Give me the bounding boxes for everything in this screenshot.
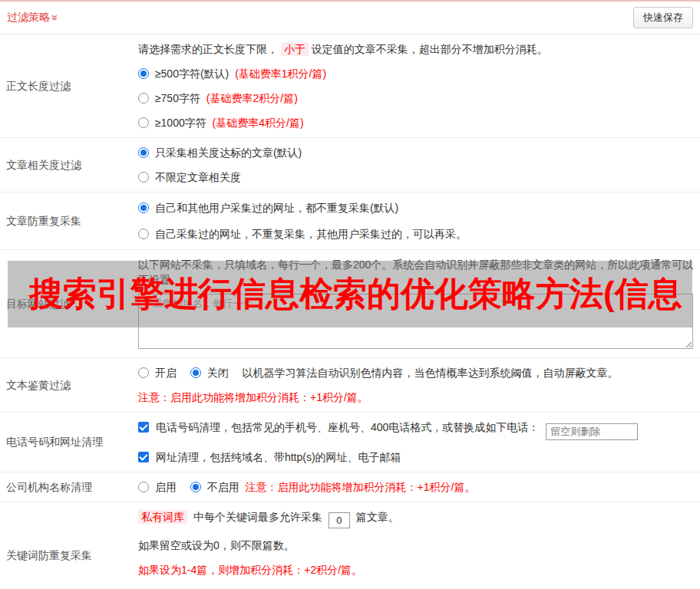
keyword-note-fee: 如果设为1-4篇，则增加积分消耗：+2积分/篇。 <box>138 558 694 582</box>
dedup-option-2: 自己采集过的网址，不重复采集，其他用户采集过的，可以再采。 <box>138 221 694 247</box>
length-option-750: ≥750字符 (基础费率2积分/篇) <box>138 86 694 110</box>
radio-label: 启用 <box>155 481 177 493</box>
topbar: 过滤策略» 快速保存 <box>0 2 700 35</box>
section-porn-filter: 文本鉴黄过滤 开启 关闭 以机器学习算法自动识别色情内容，当色情概率达到系统阈值… <box>0 358 700 413</box>
watermark-overlay: 搜索引擎进行信息检索的优化策略方法(信息 <box>8 261 692 327</box>
radio-company-on[interactable] <box>138 482 149 492</box>
chevron-double-down-icon: » <box>49 15 61 21</box>
section-label: 文本鉴黄过滤 <box>0 377 138 393</box>
porn-fee-note: 注意：启用此功能将增加积分消耗：+1积分/篇。 <box>138 385 694 410</box>
radio-label: ≥750字符 <box>155 92 200 104</box>
checkbox-phone-clean[interactable] <box>138 422 149 433</box>
radio-label: 自己和其他用户采集过的网址，都不重复采集(默认) <box>155 202 398 214</box>
radio-label: 只采集相关度达标的文章(默认) <box>155 146 302 159</box>
checkbox-label: 电话号码清理，包括常见的手机号、座机号、400电话格式，或替换成如下电话： <box>156 421 539 433</box>
radio-label: 不启用 <box>207 481 239 493</box>
radio-length-1000[interactable] <box>138 117 149 128</box>
quick-save-button[interactable]: 快速保存 <box>633 7 693 28</box>
company-fee-note: 注意：启用此功能将增加积分消耗：+1积分/篇。 <box>246 481 476 493</box>
radio-label: 不限定文章相关度 <box>155 171 241 183</box>
radio-dedup-self[interactable] <box>138 229 149 239</box>
checkbox-label: 网址清理，包括纯域名、带http(s)的网址、电子邮箱 <box>156 451 401 463</box>
watermark-text: 搜索引擎进行信息检索的优化策略方法(信息 <box>8 271 682 317</box>
keyword-note-five: 如果设为5篇或以上，也不会额外增加积分消耗。 注意事项» <box>138 582 694 589</box>
relevance-option-1: 只采集相关度达标的文章(默认) <box>138 140 694 165</box>
fee-note: (基础费率1积分/篇) <box>235 67 326 80</box>
intro-text-post: 设定值的文章不采集，超出部分不增加积分消耗。 <box>312 43 548 55</box>
radio-label: 自己采集过的网址，不重复采集，其他用户采集过的，可以再采。 <box>155 228 467 240</box>
section-company-clean: 公司机构名称清理 启用 不启用 注意：启用此功能将增加积分消耗：+1积分/篇。 <box>0 472 700 502</box>
url-clean-line: 网址清理，包括纯域名、带http(s)的网址、电子邮箱 <box>138 445 694 469</box>
relevance-option-2: 不限定文章相关度 <box>138 165 694 189</box>
limit-text-end: 篇文章。 <box>356 511 399 523</box>
less-than-highlight: 小于 <box>281 42 309 56</box>
filter-strategy-title[interactable]: 过滤策略» <box>7 11 58 25</box>
private-lexicon-tag: 私有词库 <box>138 510 187 524</box>
section-phone-url-clean: 电话号码和网址清理 电话号码清理，包括常见的手机号、座机号、400电话格式，或替… <box>0 413 700 472</box>
section-label: 电话号码和网址清理 <box>0 434 138 449</box>
section-dedup: 自己和其他用户采集过的网址，都不重复采集(默认) 自己采集过的网址，不重复采集，… <box>0 192 700 250</box>
company-toggle-line: 启用 不启用 注意：启用此功能将增加积分消耗：+1积分/篇。 <box>138 475 694 499</box>
intro-text-pre: 请选择需求的正文长度下限， <box>138 43 278 55</box>
keyword-limit-line: 私有词库 中每个关键词最多允许采集 篇文章。 <box>138 505 694 533</box>
checkbox-url-clean[interactable] <box>138 452 149 462</box>
replacement-phone-input[interactable] <box>546 423 638 440</box>
page-title-label: 过滤策略 <box>7 11 50 23</box>
radio-porn-on[interactable] <box>138 367 149 378</box>
section-label: 关键词防重复采集 <box>0 548 138 563</box>
limit-text: 中每个关键词最多允许采集 <box>193 511 322 523</box>
porn-toggle-line: 开启 关闭 以机器学习算法自动识别色情内容，当色情概率达到系统阈值，自动屏蔽文章… <box>138 360 694 385</box>
radio-company-off[interactable] <box>190 482 201 492</box>
porn-desc: 以机器学习算法自动识别色情内容，当色情概率达到系统阈值，自动屏蔽文章。 <box>243 367 619 379</box>
radio-relevance-strict[interactable] <box>138 147 149 158</box>
dedup-option-1: 自己和其他用户采集过的网址，都不重复采集(默认) <box>138 195 694 221</box>
phone-clean-line: 电话号码清理，包括常见的手机号、座机号、400电话格式，或替换成如下电话： <box>138 415 694 445</box>
radio-porn-off[interactable] <box>190 367 201 378</box>
length-option-500: ≥500字符(默认) (基础费率1积分/篇) <box>138 61 694 86</box>
section-keyword-dedup: 关键词防重复采集 私有词库 中每个关键词最多允许采集 篇文章。 如果留空或设为0… <box>0 502 700 589</box>
section-relevance: 文章相关度过滤 只采集相关度达标的文章(默认) 不限定文章相关度 <box>0 138 700 192</box>
fee-note: (基础费率4积分/篇) <box>213 117 304 129</box>
section-label: 文章防重复采集 <box>0 213 138 229</box>
radio-length-500[interactable] <box>138 68 149 79</box>
keyword-limit-input[interactable] <box>329 512 350 528</box>
radio-label: 开启 <box>155 367 177 379</box>
radio-label: ≥1000字符 <box>155 117 206 129</box>
keyword-note-zero: 如果留空或设为0，则不限篇数。 <box>138 533 694 558</box>
length-intro: 请选择需求的正文长度下限， 小于 设定值的文章不采集，超出部分不增加积分消耗。 <box>138 37 694 61</box>
fee-note: (基础费率2积分/篇) <box>206 92 298 104</box>
radio-relevance-any[interactable] <box>138 172 149 183</box>
length-option-1000: ≥1000字符 (基础费率4积分/篇) <box>138 110 694 135</box>
section-label: 文章相关度过滤 <box>0 157 138 173</box>
section-content-length: 正文长度过滤 请选择需求的正文长度下限， 小于 设定值的文章不采集，超出部分不增… <box>0 35 700 138</box>
section-label: 公司机构名称清理 <box>0 479 138 495</box>
section-label: 正文长度过滤 <box>0 78 138 94</box>
radio-label: 关闭 <box>207 367 229 379</box>
radio-label: ≥500字符(默认) <box>155 67 229 80</box>
radio-length-750[interactable] <box>138 93 149 104</box>
radio-dedup-all[interactable] <box>138 202 149 213</box>
